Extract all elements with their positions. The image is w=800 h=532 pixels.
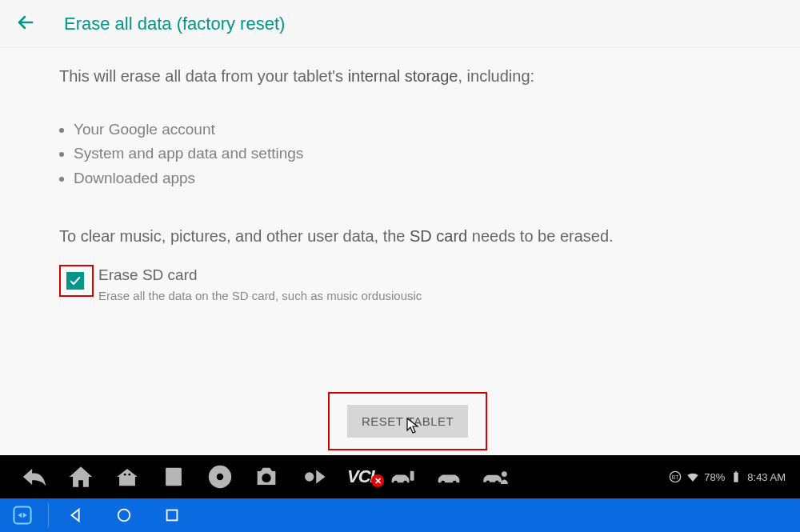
svg-marker-22 (18, 513, 22, 518)
svg-point-9 (394, 481, 398, 485)
car-icon[interactable] (429, 461, 469, 493)
svg-marker-23 (23, 513, 27, 518)
svg-point-12 (441, 481, 445, 485)
svg-point-14 (486, 481, 490, 485)
time-text: 8:43 AM (747, 471, 786, 483)
reset-highlight: RESET TABLET (328, 392, 487, 450)
brightness-icon[interactable] (293, 461, 333, 493)
reply-icon[interactable] (14, 461, 54, 493)
cursor-icon (406, 418, 421, 435)
svg-point-10 (403, 481, 407, 485)
list-item: Downloaded apps (74, 166, 741, 190)
vci-icon[interactable]: VCI✕ (347, 468, 374, 486)
nav-recent-button[interactable] (148, 498, 196, 532)
nav-back-button[interactable] (52, 498, 100, 532)
system-nav-bar (0, 498, 800, 532)
svg-point-16 (502, 471, 507, 477)
erase-sd-highlight (59, 265, 94, 297)
svg-point-25 (118, 510, 130, 522)
home-icon[interactable] (61, 461, 101, 493)
chrome-icon[interactable] (200, 461, 240, 493)
back-icon[interactable] (16, 13, 35, 35)
svg-text:BT: BT (672, 474, 679, 480)
car-user-icon[interactable] (475, 461, 515, 493)
svg-point-7 (262, 474, 270, 482)
svg-point-15 (495, 481, 499, 485)
svg-point-13 (453, 481, 457, 485)
app-bar: VCI✕ BT 78% 8:43 AM (0, 455, 800, 498)
teamviewer-icon[interactable] (0, 498, 45, 532)
erase-sd-checkbox[interactable] (66, 272, 84, 290)
svg-point-8 (305, 472, 314, 481)
page-title: Erase all data (factory reset) (64, 14, 285, 34)
erase-sd-label: Erase SD card (98, 266, 422, 284)
svg-rect-19 (734, 473, 738, 482)
camera-icon[interactable] (246, 461, 286, 493)
svg-rect-21 (14, 506, 30, 523)
intro-text: This will erase all data from your table… (59, 67, 741, 86)
list-item: System and app data and settings (74, 142, 741, 166)
battery-icon (730, 470, 742, 483)
reset-tablet-button[interactable]: RESET TABLET (347, 405, 468, 438)
svg-rect-26 (167, 510, 178, 521)
status-area: BT 78% 8:43 AM (669, 470, 786, 483)
svg-rect-20 (735, 471, 738, 472)
svg-rect-11 (410, 471, 414, 481)
battery-text: 78% (704, 471, 725, 483)
sdcard-text: To clear music, pictures, and other user… (59, 227, 741, 246)
svg-point-1 (124, 474, 126, 476)
erase-sd-desc: Erase all the data on the SD card, such … (98, 289, 422, 302)
nav-separator (48, 503, 49, 527)
list-item: Your Google account (74, 118, 741, 142)
bullet-list: Your Google account System and app data … (74, 118, 741, 190)
bt-icon: BT (669, 470, 682, 483)
wifi-icon (686, 470, 699, 483)
svg-point-2 (128, 474, 130, 476)
nav-home-button[interactable] (100, 498, 148, 532)
car-key-icon[interactable] (382, 461, 422, 493)
svg-marker-24 (72, 510, 79, 522)
android-home-icon[interactable] (107, 461, 147, 493)
recent-apps-icon[interactable] (154, 461, 194, 493)
svg-rect-3 (166, 468, 182, 486)
